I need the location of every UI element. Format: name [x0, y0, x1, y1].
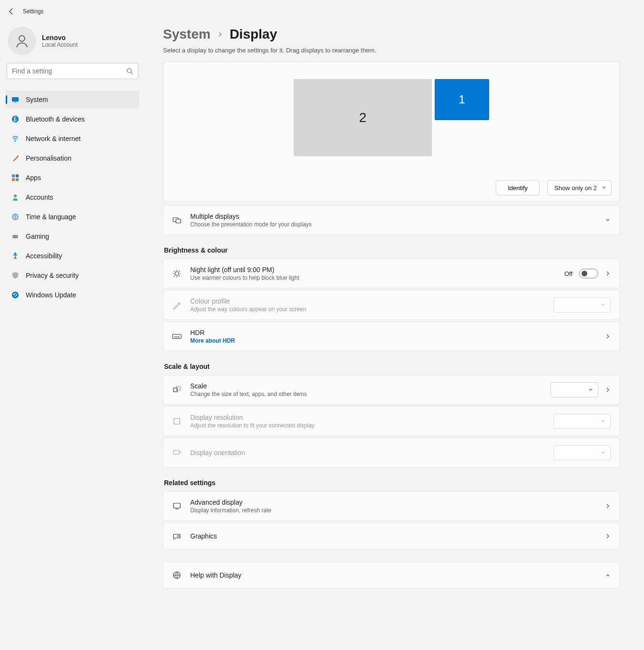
hdr-row[interactable]: HDR HDR More about HDR: [163, 322, 620, 351]
chevron-right-icon[interactable]: [605, 533, 611, 539]
profile-name: Lenovo: [42, 34, 78, 41]
brush-icon: [11, 154, 19, 162]
svg-point-41: [177, 535, 179, 537]
hdr-icon: HDR: [172, 332, 182, 341]
accessibility-icon: [11, 252, 19, 260]
resolution-dropdown: [553, 414, 611, 429]
multiple-displays-row[interactable]: Multiple displays Choose the presentatio…: [163, 205, 620, 235]
chevron-down-icon: [601, 303, 605, 307]
svg-rect-18: [176, 219, 181, 223]
card-title: Multiple displays: [190, 213, 596, 220]
svg-rect-37: [174, 450, 179, 454]
page-subtitle: Select a display to change the settings …: [163, 47, 620, 54]
night-light-toggle[interactable]: [579, 269, 598, 278]
svg-point-0: [19, 36, 25, 41]
back-arrow-icon[interactable]: [8, 8, 15, 15]
nav-bluetooth[interactable]: Bluetooth & devices: [6, 110, 139, 128]
nav-privacy[interactable]: Privacy & security: [6, 266, 139, 284]
svg-point-19: [175, 272, 179, 275]
monitor-icon: [172, 501, 182, 511]
dropdown-value: Show only on 2: [554, 184, 597, 192]
nav-apps[interactable]: Apps: [6, 169, 139, 187]
apps-icon: [11, 174, 19, 182]
breadcrumb-current: Display: [230, 27, 277, 42]
chevron-up-icon[interactable]: [605, 572, 611, 578]
nav-accounts[interactable]: Accounts: [6, 188, 139, 206]
svg-point-16: [12, 292, 19, 298]
nav-network[interactable]: Network & internet: [6, 130, 139, 148]
orientation-row: Display orientation: [163, 438, 620, 467]
card-subtitle: Adjust the resolution to fit your connec…: [190, 422, 545, 429]
nav-label: Network & internet: [26, 135, 81, 142]
chevron-down-icon: [601, 419, 605, 424]
search-input[interactable]: [12, 67, 126, 75]
nav-label: System: [26, 96, 48, 103]
nav-system[interactable]: System: [6, 91, 139, 109]
nav-gaming[interactable]: Gaming: [6, 227, 139, 245]
nav-list: System Bluetooth & devices Network & int…: [6, 91, 139, 304]
search-settings-box[interactable]: [7, 63, 138, 79]
advanced-display-row[interactable]: Advanced display Display information, re…: [163, 491, 620, 521]
globe-clock-icon: [11, 213, 19, 221]
svg-rect-31: [176, 386, 180, 390]
svg-line-24: [174, 271, 175, 272]
display-mode-dropdown[interactable]: Show only on 2: [547, 180, 612, 195]
night-light-icon: [172, 269, 182, 278]
avatar: [8, 27, 36, 55]
toggle-state-label: Off: [564, 270, 572, 277]
orientation-icon: [172, 448, 182, 457]
section-scale: Scale & layout: [164, 363, 620, 370]
hdr-more-link[interactable]: More about HDR: [190, 337, 596, 344]
chevron-right-icon[interactable]: [605, 334, 611, 339]
card-title: Scale: [190, 382, 542, 390]
svg-point-14: [16, 236, 17, 237]
card-title: Help with Display: [190, 571, 596, 579]
nav-label: Personalisation: [26, 154, 72, 162]
display-arrangement-area[interactable]: 2 1: [171, 73, 612, 169]
help-globe-icon: [172, 570, 182, 580]
card-title: Advanced display: [190, 498, 596, 506]
svg-line-25: [179, 276, 180, 277]
identify-button[interactable]: Identify: [496, 180, 540, 195]
nav-accessibility[interactable]: Accessibility: [6, 247, 139, 265]
chevron-right-icon[interactable]: [605, 503, 611, 509]
gamepad-icon: [11, 233, 19, 240]
help-display-row[interactable]: Help with Display: [163, 562, 620, 589]
scale-dropdown[interactable]: [551, 382, 598, 397]
nav-time-language[interactable]: Time & language: [6, 208, 139, 226]
multiple-displays-icon: [172, 215, 182, 225]
card-subtitle: Use warmer colours to help block blue li…: [190, 274, 556, 281]
chevron-right-icon: [217, 31, 223, 37]
svg-rect-2: [12, 97, 19, 102]
colour-profile-dropdown: [553, 297, 611, 313]
svg-line-27: [179, 271, 180, 272]
nav-label: Accessibility: [26, 252, 62, 260]
svg-point-1: [127, 69, 132, 73]
profile[interactable]: Lenovo Local Account: [6, 23, 139, 63]
svg-point-10: [14, 194, 17, 197]
scale-row[interactable]: Scale Change the size of text, apps, and…: [163, 375, 620, 405]
nav-personalisation[interactable]: Personalisation: [6, 149, 139, 167]
svg-rect-32: [174, 418, 180, 424]
night-light-row[interactable]: Night light (off until 9:00 PM) Use warm…: [163, 259, 620, 288]
card-title: Display orientation: [190, 449, 545, 457]
nav-windows-update[interactable]: Windows Update: [6, 286, 139, 304]
main-content: System Display Select a display to chang…: [141, 23, 627, 598]
graphics-row[interactable]: Graphics: [163, 523, 620, 549]
display-icon: [11, 96, 19, 103]
card-subtitle: Adjust the way colours appear on your sc…: [190, 306, 545, 313]
shield-icon: [11, 272, 19, 279]
nav-label: Privacy & security: [26, 272, 79, 279]
svg-rect-3: [14, 102, 17, 102]
svg-point-13: [13, 236, 14, 237]
breadcrumb-parent[interactable]: System: [163, 27, 211, 42]
chevron-down-icon: [601, 450, 605, 455]
chevron-right-icon[interactable]: [605, 271, 611, 276]
card-title: Colour profile: [190, 297, 545, 305]
monitor-1[interactable]: 1: [435, 79, 489, 120]
svg-rect-8: [12, 178, 15, 181]
svg-text:HDR: HDR: [174, 335, 180, 338]
chevron-right-icon[interactable]: [605, 387, 611, 393]
monitor-2[interactable]: 2: [294, 79, 432, 156]
sidebar: Lenovo Local Account System Bluetooth & …: [6, 23, 141, 598]
